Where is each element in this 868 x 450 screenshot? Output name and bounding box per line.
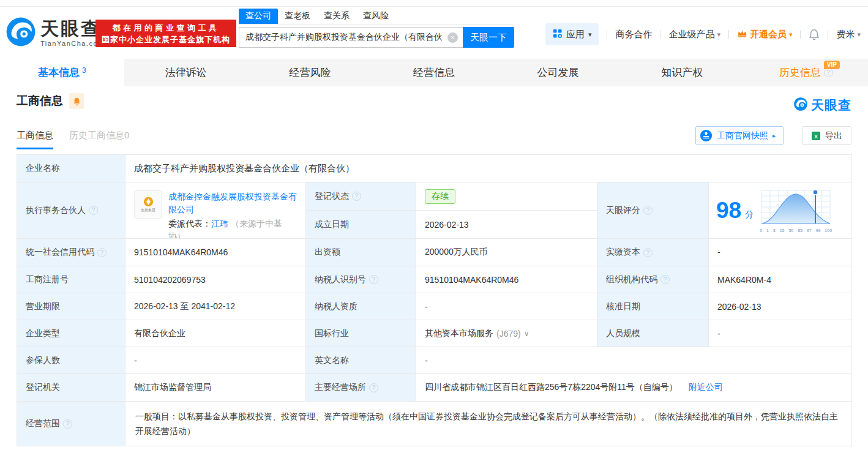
watermark-brand: 天眼查 [811,97,851,114]
tab-legal-litigation[interactable]: 法律诉讼 [124,59,249,86]
industry-label: 国标行业 [306,320,416,347]
business-scope-value: 一般项目：以私募基金从事股权投资、投资管理、资产管理等活动（须在中国证券投资基金… [125,402,852,446]
apps-grid-icon [553,29,563,40]
menu-separator [728,30,729,39]
tianyan-score-value[interactable]: 98 分 [709,182,852,239]
cooperation-link[interactable]: 商务合作 [615,29,652,40]
search-tab-risk[interactable]: 查风险 [356,9,395,24]
company-type-value: 有限合伙企业 [125,320,306,347]
tianyancha-watermark: 天眼查 [793,97,851,114]
search-input[interactable] [239,28,463,47]
section-header: 工商信息 [17,93,84,109]
header-menu: 应用 ▾ 商务合作 企业级产品 ▾ 开通会员 ▾ [545,23,861,45]
subtab-history-business-info[interactable]: 历史工商信息0 [69,130,129,149]
company-name-label: 企业名称 [17,155,125,182]
user-menu[interactable]: 费米 ▾ [836,29,861,40]
apps-label: 应用 [566,29,585,40]
tab-history-info[interactable]: VIP 历史信息 ? [744,59,868,86]
tab-company-development[interactable]: 公司发展 [496,59,620,86]
tab-operation-risk[interactable]: 经营风险 [248,59,372,86]
business-term-value: 2026-02-13 至 2041-02-12 [125,293,306,320]
help-icon[interactable]: ? [97,248,107,257]
contribution-value: 200000万人民币 [416,239,597,266]
search-tab-relation[interactable]: 查关系 [317,9,356,24]
help-icon[interactable]: ? [89,206,98,215]
taxpayer-quality-value: - [416,293,597,320]
search-tab-boss[interactable]: 查老板 [278,9,317,24]
partner-company-link[interactable]: 成都金控金融发展股权投资基金有限公司 [168,192,297,214]
chevron-down-icon[interactable]: ∨ [524,329,529,338]
vip-upgrade-label: 开通会员 [750,29,787,40]
search-tabs: 查公司 查老板 查关系 查风险 [239,10,514,24]
contribution-label: 出资额 [306,239,416,266]
rep-name-link[interactable]: 江玮 [211,219,228,228]
nearby-companies-link[interactable]: 附近公司 [689,382,723,393]
help-icon[interactable]: ? [824,68,833,77]
business-info-table: 企业名称 成都交子科产并购股权投资基金合伙企业（有限合伙） 执行事务合伙人 ? … [17,154,851,446]
official-snapshot-button[interactable]: 工商官网快照 ▸ [695,126,784,145]
business-scope-label: 经营范围 ? [17,402,125,446]
help-icon[interactable]: ? [369,383,378,392]
help-icon[interactable]: ? [643,206,653,215]
tab-basic-info[interactable]: 基本信息 3 [0,59,124,86]
english-name-value: - [416,347,852,374]
site-logo[interactable]: 天眼查 TianYanCha.com [5,16,105,50]
paid-capital-value: - [709,239,852,266]
search-box: × [239,27,463,48]
help-icon[interactable]: ? [643,248,653,257]
tab-count: 3 [82,66,86,75]
search-button[interactable]: 天眼一下 [463,27,514,48]
subtab-row: 工商信息 历史工商信息0 工商官网快照 ▸ [17,126,851,148]
subtab-business-info[interactable]: 工商信息 [17,130,53,149]
status-badge: 存续 [425,189,455,204]
caret-down-icon: ▾ [857,31,861,39]
approval-date-label: 核准日期 [597,293,709,320]
username: 费米 [836,29,855,40]
reg-authority-value: 锦江市场监督管理局 [125,374,306,402]
business-term-label: 营业期限 [17,293,125,320]
slogan-line1: 都在用的商业查询工具 [113,22,220,34]
caret-down-icon: ▾ [717,31,720,39]
reg-status-label: 登记状态 ? [306,182,416,211]
insured-count-value: - [125,347,306,374]
site-header: 天眼查 TianYanCha.com 都在用的商业查询工具 国家中小企业发展子基… [0,7,868,56]
taxpayer-id-value: 91510104MAK64R0M46 [416,266,597,293]
stamp-icon [700,129,713,142]
vip-upgrade-menu[interactable]: 开通会员 ▾ [737,29,793,40]
enterprise-label: 企业级产品 [668,29,714,40]
score-number: 98 [716,199,741,222]
svg-text:X: X [814,133,818,139]
english-name-label: 英文名称 [306,347,416,374]
help-icon[interactable]: ? [660,275,670,284]
taxpayer-id-label: 纳税人识别号 ? [306,266,416,293]
search-area: 查公司 查老板 查关系 查风险 × 天眼一下 [239,10,514,48]
tab-operation-info[interactable]: 经营信息 [372,59,496,86]
menu-separator [607,30,607,39]
tab-intellectual-property[interactable]: 知识产权 [620,59,744,86]
apps-menu[interactable]: 应用 ▾ [545,23,599,45]
org-code-value: MAK64R0M-4 [709,266,852,293]
credit-code-value: 91510104MAK64R0M46 [125,239,306,266]
industry-value[interactable]: 其他资本市场服务 (J679) ∨ [416,320,597,347]
reg-number-value: 510104202069753 [125,266,306,293]
paid-capital-label: 实缴资本 ? [597,239,709,266]
menu-separator [660,30,660,39]
industry-code: (J679) [496,329,521,339]
export-button[interactable]: X 导出 [802,126,851,145]
monitor-bell-icon[interactable] [69,93,84,109]
partner-company-logo[interactable]: 金控集团 [134,190,162,219]
score-axis-ticks: 0131550859799100 [760,228,832,233]
section-title: 工商信息 [17,93,63,109]
establish-date-value: 2026-02-13 [416,211,597,239]
taxpayer-quality-label: 纳税人资质 [306,293,416,320]
reg-authority-label: 登记机关 [17,374,125,402]
crown-icon [737,29,747,40]
notification-bell-icon[interactable] [809,29,820,40]
enterprise-menu[interactable]: 企业级产品 ▾ [668,29,720,40]
help-icon[interactable]: ? [369,275,378,284]
search-tab-company[interactable]: 查公司 [239,9,278,24]
help-icon[interactable]: ? [63,419,72,429]
help-icon[interactable]: ? [352,192,361,201]
org-code-label: 组织机构代码 ? [597,266,709,293]
clear-search-icon[interactable]: × [447,32,458,43]
